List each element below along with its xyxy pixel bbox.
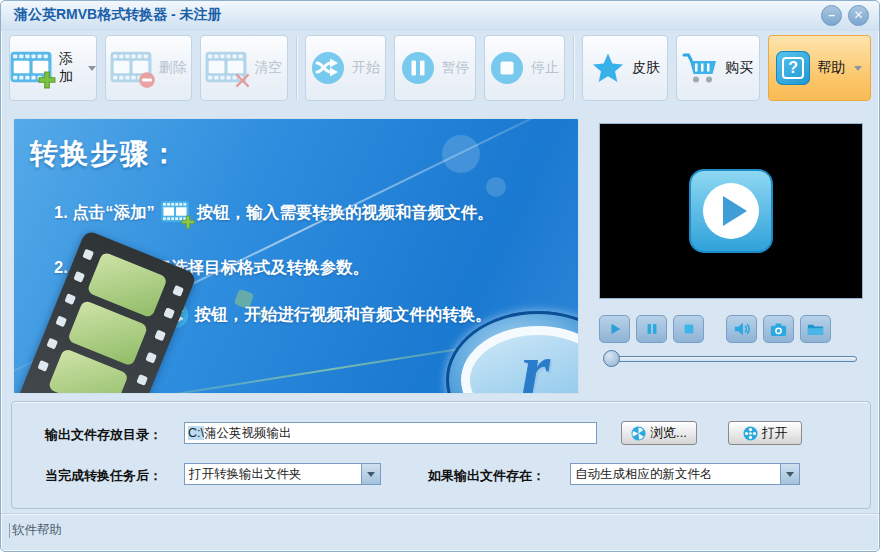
pause-button-label: 暂停 <box>442 59 470 77</box>
buy-button[interactable]: 购买 <box>676 35 760 101</box>
close-button[interactable]: ✕ <box>848 5 869 26</box>
status-divider <box>9 523 10 538</box>
inline-add-film-icon <box>161 201 191 225</box>
help-button-label: 帮助 <box>817 59 845 77</box>
skin-button-label: 皮肤 <box>632 59 660 77</box>
clear-film-icon <box>205 51 247 85</box>
stop-icon <box>490 51 524 85</box>
clear-button-label: 清空 <box>254 59 282 77</box>
chevron-down-icon <box>786 472 794 477</box>
add-film-icon <box>10 51 52 85</box>
aperture-icon <box>631 426 646 441</box>
buy-button-label: 购买 <box>725 59 753 77</box>
output-dir-drive: C:\ <box>188 426 204 440</box>
toolbar-separator <box>296 36 297 100</box>
delete-button[interactable]: 删除 <box>105 35 193 101</box>
toolbar-separator <box>573 36 574 100</box>
steps-panel: 转换步骤： 1. 点击“添加” 按钮，输入需要转换的视频和音频文件。 2. 在新… <box>13 118 579 394</box>
status-text: 软件帮助 <box>12 522 62 539</box>
delete-film-icon <box>110 51 152 85</box>
pause-icon <box>644 321 660 337</box>
step-1-text: 按钮，输入需要转换的视频和音频文件。 <box>197 202 494 224</box>
output-dir-input[interactable]: C:\蒲公英视频输出 <box>184 422 597 444</box>
pause-icon <box>401 51 435 85</box>
question-icon: ? <box>782 57 804 79</box>
plus-icon <box>181 215 195 229</box>
open-button[interactable]: 打开 <box>728 421 802 445</box>
after-task-select[interactable]: 打开转换输出文件夹 <box>184 463 381 485</box>
x-icon <box>234 72 251 89</box>
delete-button-label: 删除 <box>159 59 187 77</box>
chevron-down-icon <box>367 472 375 477</box>
pause-button[interactable]: 暂停 <box>394 35 476 101</box>
star-icon <box>591 51 625 85</box>
add-dropdown-caret-icon <box>88 66 96 71</box>
seek-thumb[interactable] <box>603 350 620 367</box>
bubble-decoration <box>442 135 480 173</box>
after-task-value: 打开转换输出文件夹 <box>185 466 361 483</box>
clear-button[interactable]: 清空 <box>200 35 288 101</box>
step-1-text: 1. 点击“添加” <box>54 202 155 224</box>
start-button-label: 开始 <box>352 59 380 77</box>
if-exists-select[interactable]: 自动生成相应的新文件名 <box>570 463 800 485</box>
stop-icon <box>681 321 697 337</box>
camera-icon <box>770 322 787 337</box>
after-task-dropdown-button[interactable] <box>361 464 380 484</box>
stop-button[interactable]: 停止 <box>484 35 566 101</box>
player-controls <box>599 315 831 343</box>
statusbar: 软件帮助 <box>1 513 879 551</box>
bubble-decoration <box>486 177 506 197</box>
after-task-label: 当完成转换任务后： <box>45 467 162 485</box>
player-stop-button[interactable] <box>673 315 704 343</box>
browse-button-label: 浏览... <box>650 424 687 442</box>
volume-icon <box>733 321 751 337</box>
output-dir-label: 输出文件存放目录： <box>45 426 162 444</box>
stop-button-label: 停止 <box>531 59 559 77</box>
r-logo-letter: r <box>521 327 550 394</box>
toolbar: 添加 删除 清空 <box>9 33 871 103</box>
browse-button[interactable]: 浏览... <box>621 421 697 445</box>
preview-play-icon[interactable] <box>689 169 773 253</box>
open-button-label: 打开 <box>762 424 788 442</box>
play-icon <box>607 321 623 337</box>
start-shuffle-icon <box>311 51 345 85</box>
film-reel-icon <box>743 426 758 441</box>
start-button[interactable]: 开始 <box>305 35 387 101</box>
player-pause-button[interactable] <box>636 315 667 343</box>
minus-icon <box>138 71 156 89</box>
app-window: 蒲公英RMVB格式转换器 - 未注册 – ✕ 添加 <box>0 0 880 552</box>
output-settings-group: 输出文件存放目录： C:\蒲公英视频输出 浏览... 打开 当完成转换任务后： … <box>11 401 871 509</box>
if-exists-label: 如果输出文件存在： <box>428 467 545 485</box>
if-exists-value: 自动生成相应的新文件名 <box>571 466 780 483</box>
window-title: 蒲公英RMVB格式转换器 - 未注册 <box>14 6 222 24</box>
help-cube-icon: ? <box>776 51 810 85</box>
step-3-text: 按钮，开始进行视频和音频文件的转换。 <box>195 304 492 326</box>
minimize-icon: – <box>828 8 835 22</box>
filmstrip-art <box>15 229 197 394</box>
r-logo-ring <box>461 326 579 394</box>
player-folder-button[interactable] <box>800 315 831 343</box>
video-preview[interactable] <box>599 123 863 299</box>
player-snapshot-button[interactable] <box>763 315 794 343</box>
steps-title: 转换步骤： <box>30 135 180 173</box>
help-dropdown-caret-icon <box>854 66 862 71</box>
folder-icon <box>807 322 824 336</box>
plus-icon <box>38 71 56 89</box>
seek-bar[interactable] <box>605 356 857 362</box>
help-button[interactable]: ? 帮助 <box>768 35 871 101</box>
skin-button[interactable]: 皮肤 <box>582 35 668 101</box>
if-exists-dropdown-button[interactable] <box>780 464 799 484</box>
add-button-label: 添加 <box>59 50 79 86</box>
minimize-button[interactable]: – <box>821 5 842 26</box>
close-icon: ✕ <box>853 8 863 22</box>
add-button[interactable]: 添加 <box>9 35 97 101</box>
player-volume-button[interactable] <box>726 315 757 343</box>
cart-icon <box>682 52 718 84</box>
output-dir-rest: 蒲公英视频输出 <box>204 426 292 440</box>
step-1: 1. 点击“添加” 按钮，输入需要转换的视频和音频文件。 <box>54 201 494 225</box>
titlebar: 蒲公英RMVB格式转换器 - 未注册 – ✕ <box>1 1 879 31</box>
player-play-button[interactable] <box>599 315 630 343</box>
